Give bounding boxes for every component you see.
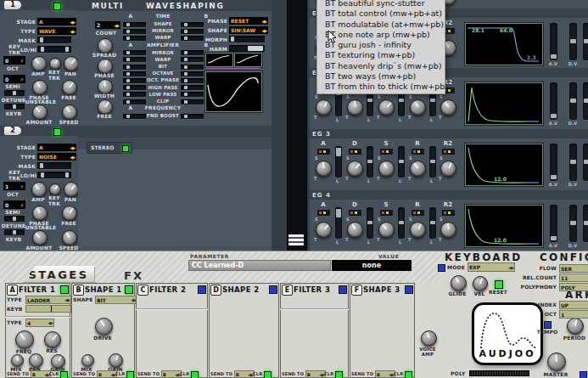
amount-knob[interactable] <box>32 104 48 120</box>
stepper-arrows-icon[interactable]: ◀▶ <box>70 145 75 150</box>
mod-indicator[interactable] <box>380 149 393 155</box>
slider-handle[interactable] <box>584 160 588 164</box>
keytrk-range-slider[interactable] <box>37 46 71 53</box>
shape-type-select[interactable]: BIT◀▶ <box>95 296 137 304</box>
menu-item[interactable]: BT total control (mw+pb+at) <box>317 8 445 19</box>
stage-enable-led[interactable] <box>405 285 413 294</box>
stage-enable-led[interactable] <box>60 285 69 294</box>
eg-level-slider[interactable] <box>335 207 342 239</box>
eg-d-knob[interactable] <box>347 99 363 116</box>
slider-handle[interactable] <box>184 23 188 26</box>
stage-select[interactable]: A◀▶ <box>37 18 76 25</box>
pan-knob[interactable] <box>64 182 79 197</box>
slider-handle[interactable] <box>126 100 130 104</box>
osc-number-tab[interactable]: 2 <box>4 127 21 135</box>
mod-indicator[interactable] <box>317 210 330 216</box>
stepper-arrows-icon[interactable]: ◀▶ <box>261 19 266 24</box>
oct-box[interactable]: 1⚡ <box>3 182 25 190</box>
slider-handle[interactable] <box>570 221 576 225</box>
stage-enable-led[interactable] <box>125 285 133 294</box>
ws-b-slider[interactable] <box>181 99 204 104</box>
eg-s-knob[interactable] <box>378 99 395 116</box>
eg-r-knob[interactable] <box>410 161 426 177</box>
slider-handle[interactable] <box>126 72 130 76</box>
semi-box[interactable]: 0⚡ <box>3 75 25 83</box>
eg-r-knob[interactable] <box>410 99 426 116</box>
period-knob[interactable] <box>567 318 584 335</box>
res-knob[interactable] <box>44 331 61 348</box>
glide-knob[interactable] <box>451 275 467 291</box>
send-to-select[interactable]: B◀▶ <box>161 370 182 378</box>
slider-handle[interactable] <box>399 99 404 102</box>
slider-handle[interactable] <box>13 217 16 221</box>
slider-handle[interactable] <box>184 72 188 76</box>
send-to-select[interactable]: B◀▶ <box>97 370 117 378</box>
voice-amp-knob[interactable] <box>421 330 437 347</box>
config-select[interactable]: POLY◀▶ <box>559 283 588 291</box>
amount-knob[interactable] <box>32 230 48 245</box>
stepper-arrows-icon[interactable]: ◀▶ <box>70 29 75 34</box>
ws-b-slider[interactable] <box>181 85 204 90</box>
stage-enable-led[interactable] <box>198 285 206 294</box>
slider-handle[interactable] <box>430 99 435 102</box>
eg-level-slider[interactable] <box>367 146 373 178</box>
stepper-arrows-icon[interactable]: ◀▶ <box>114 23 119 28</box>
master-knob[interactable] <box>547 353 566 371</box>
slider-handle[interactable] <box>570 99 576 103</box>
slider-handle[interactable] <box>184 65 188 69</box>
slider-handle[interactable] <box>13 104 16 109</box>
slider-handle[interactable] <box>184 115 188 118</box>
type-select[interactable]: WAVE◀▶ <box>37 27 76 35</box>
eg-r-knob[interactable] <box>410 222 426 238</box>
eg-av-slider[interactable] <box>550 82 557 120</box>
eg-level-slider[interactable] <box>429 207 436 239</box>
slider-handle[interactable] <box>399 221 404 224</box>
stage-letter-badge[interactable]: A <box>7 285 18 296</box>
mod-indicator[interactable] <box>442 210 455 216</box>
eg-extra-slider[interactable] <box>583 82 588 120</box>
osc-enable-led[interactable] <box>53 3 61 10</box>
amp-knob[interactable] <box>31 182 47 197</box>
send-led[interactable] <box>191 371 199 378</box>
ws-harm-slider[interactable] <box>229 45 265 52</box>
eg-extra-slider[interactable] <box>583 144 588 181</box>
slider-handle[interactable] <box>65 47 69 52</box>
count-select[interactable]: 2◀▶ <box>95 21 120 29</box>
drive-knob[interactable] <box>95 318 113 336</box>
stepper-arrows-icon[interactable]: ◀▶ <box>70 155 75 160</box>
menu-item[interactable]: BT from thin to thick (mw+pb) <box>317 82 445 92</box>
slider-handle[interactable] <box>40 37 43 42</box>
semi-box[interactable]: 0⚡ <box>3 200 25 209</box>
slider-handle[interactable] <box>13 230 16 234</box>
arp-select[interactable]: UP◀▶ <box>559 301 588 309</box>
eg-dv-slider[interactable] <box>569 144 577 181</box>
oct-box[interactable]: 0⚡ <box>3 56 25 65</box>
slider-handle[interactable] <box>126 30 130 33</box>
stage-enable-led[interactable] <box>339 285 347 294</box>
slider-handle[interactable] <box>126 86 130 89</box>
slider-handle[interactable] <box>551 175 557 179</box>
ws-b-slider[interactable] <box>181 71 204 76</box>
keytrk-range-slider[interactable] <box>37 172 71 178</box>
mask-slider[interactable] <box>37 37 71 43</box>
slider-handle[interactable] <box>41 47 44 52</box>
eg-level-slider[interactable] <box>398 207 405 239</box>
slider-handle[interactable] <box>126 58 130 61</box>
parameter-readout[interactable]: CC Learned-D <box>188 260 331 271</box>
eg-level-slider[interactable] <box>429 146 436 178</box>
speed-knob[interactable] <box>62 104 77 120</box>
ws-b-slider[interactable] <box>181 57 204 62</box>
slider-handle[interactable] <box>126 93 130 96</box>
menu-item[interactable]: BT two ways (mw+pb) <box>317 71 445 82</box>
slider-handle[interactable] <box>184 51 188 54</box>
eg-a-knob[interactable] <box>316 222 332 238</box>
send-led[interactable] <box>335 371 343 378</box>
tab-fx[interactable]: FX <box>124 269 143 282</box>
eg-dv-slider[interactable] <box>569 82 577 120</box>
slider-handle[interactable] <box>551 54 557 59</box>
keyboard-led[interactable] <box>438 264 445 272</box>
eg-extra-slider[interactable] <box>583 205 588 242</box>
slider-handle[interactable] <box>126 115 130 118</box>
eg-r2-knob[interactable] <box>440 99 456 116</box>
ws-b-slider[interactable] <box>181 65 204 70</box>
